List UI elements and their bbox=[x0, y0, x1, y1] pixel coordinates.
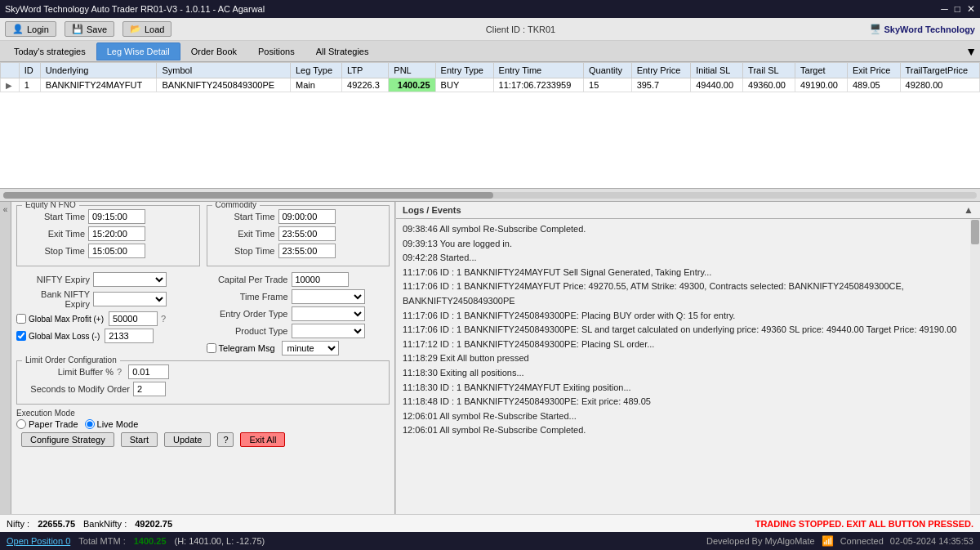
entry-order-type-select[interactable]: LIMITMARKET bbox=[292, 306, 365, 321]
nifty-expiry-select[interactable]: 02/05/2409/05/2416/05/24 bbox=[93, 272, 167, 287]
horizontal-scrollbar[interactable] bbox=[0, 189, 980, 202]
banknifty-expiry-select[interactable]: 08/05/2415/05/24 bbox=[93, 292, 167, 306]
commodity-start-label: Start Time bbox=[214, 212, 275, 221]
close-btn[interactable]: ✕ bbox=[967, 3, 975, 15]
commodity-stop-time-input[interactable] bbox=[278, 244, 336, 258]
equity-start-time-input[interactable] bbox=[88, 209, 145, 224]
limit-buffer-label: Limit Buffer % bbox=[24, 367, 114, 377]
mtm-value: 1400.25 bbox=[134, 536, 167, 546]
logo-icon: 🖥️ bbox=[870, 24, 881, 34]
tab-bar: Today's strategies Leg Wise Detail Order… bbox=[0, 41, 980, 62]
bottom-area: « Equity N FNO Start Time Exit Time St bbox=[0, 202, 980, 514]
footer-right: Developed By MyAlgoMate 📶 Connected 02-0… bbox=[706, 535, 973, 547]
execution-mode-section: Execution Mode Paper Trade Live Mode bbox=[16, 408, 390, 429]
leg-wise-table: ID Underlying Symbol Leg Type LTP PNL En… bbox=[0, 62, 980, 92]
col-pnl: PNL bbox=[389, 63, 435, 78]
table-body: ▶1BANKNIFTY24MAYFUTBANKNIFTY2450849300PE… bbox=[1, 78, 980, 92]
developed-by: Developed By MyAlgoMate bbox=[706, 536, 815, 546]
product-type-select[interactable]: MISNRMLCNC bbox=[292, 324, 365, 338]
tab-all-strategies[interactable]: All Strategies bbox=[305, 42, 380, 60]
maximize-btn[interactable]: □ bbox=[955, 3, 960, 15]
tab-positions[interactable]: Positions bbox=[247, 42, 305, 60]
capital-per-trade-input[interactable] bbox=[292, 272, 349, 287]
log-entry: 11:17:06 ID : 1 BANKNIFTY2450849300PE: S… bbox=[403, 323, 964, 338]
global-max-loss-input[interactable] bbox=[105, 329, 154, 343]
open-position-link[interactable]: Open Position 0 bbox=[7, 536, 70, 546]
logs-content: 09:38:46 All symbol Re-Subscribe Complet… bbox=[396, 219, 970, 514]
logs-scrollbar-thumb[interactable] bbox=[971, 220, 979, 244]
configure-strategy-button[interactable]: Configure Strategy bbox=[21, 432, 114, 447]
minimize-btn[interactable]: ─ bbox=[941, 3, 948, 15]
commodity-exit-time-row: Exit Time bbox=[214, 226, 383, 241]
global-max-profit-input[interactable] bbox=[109, 311, 158, 326]
banknifty-expiry-row: Bank NIFTY Expiry 08/05/2415/05/24 bbox=[16, 289, 200, 309]
col-target: Target bbox=[795, 63, 848, 78]
commodity-start-time-input[interactable] bbox=[278, 209, 336, 224]
logs-panel-container: Logs / Events ▲ 09:38:46 All symbol Re-S… bbox=[395, 202, 980, 514]
mtm-detail: (H: 1401.00, L: -12.75) bbox=[175, 536, 265, 546]
col-entry-time: Entry Time bbox=[493, 63, 583, 78]
config-middle-section: NIFTY Expiry 02/05/2409/05/2416/05/24 Ba… bbox=[16, 272, 390, 358]
product-type-row: Product Type MISNRMLCNC bbox=[207, 324, 390, 338]
login-button[interactable]: 👤 Login bbox=[5, 21, 56, 37]
menu-bar-left: 👤 Login 💾 Save 📂 Load bbox=[5, 21, 172, 37]
hscroll-track[interactable] bbox=[3, 192, 977, 199]
logo-area: 🖥️ SkyWord Technology bbox=[870, 24, 975, 34]
commodity-group-title: Commodity bbox=[212, 202, 261, 209]
start-button[interactable]: Start bbox=[121, 432, 158, 447]
log-entry: 11:18:30 Exiting all positions... bbox=[403, 366, 964, 381]
hscroll-thumb[interactable] bbox=[3, 192, 493, 199]
status-bar: Nifty : 22655.75 BankNifty : 49202.75 TR… bbox=[0, 514, 980, 532]
global-max-profit-checkbox[interactable] bbox=[16, 314, 26, 324]
log-entry: 09:42:28 Started... bbox=[403, 251, 964, 266]
panel-collapse-button[interactable]: « bbox=[0, 202, 11, 514]
tab-order-book[interactable]: Order Book bbox=[180, 42, 247, 60]
load-button[interactable]: 📂 Load bbox=[122, 21, 172, 37]
log-entry: 11:18:48 ID : 1 BANKNIFTY2450849300PE: E… bbox=[403, 395, 964, 409]
telegram-msg-label: Telegram Msg bbox=[219, 343, 275, 353]
bottom-buttons-row: Configure Strategy Start Update ? Exit A… bbox=[16, 429, 390, 450]
telegram-msg-checkbox[interactable] bbox=[207, 343, 216, 353]
window-controls[interactable]: ─ □ ✕ bbox=[941, 3, 975, 15]
telegram-interval-select[interactable]: minute5minute15minute bbox=[282, 341, 339, 355]
equity-stop-label: Stop Time bbox=[24, 246, 85, 256]
limit-buffer-input[interactable] bbox=[128, 364, 169, 379]
live-mode-radio[interactable] bbox=[85, 419, 95, 429]
table-row[interactable]: ▶1BANKNIFTY24MAYFUTBANKNIFTY2450849300PE… bbox=[1, 78, 980, 92]
execution-mode-radio-group: Paper Trade Live Mode bbox=[16, 419, 390, 429]
nifty-expiry-row: NIFTY Expiry 02/05/2409/05/2416/05/24 bbox=[16, 272, 200, 287]
col-arrow bbox=[1, 63, 20, 78]
equity-stop-time-input[interactable] bbox=[88, 244, 145, 258]
paper-trade-text: Paper Trade bbox=[29, 419, 78, 429]
exit-all-button[interactable]: Exit All bbox=[240, 432, 285, 447]
help-button[interactable]: ? bbox=[217, 432, 234, 447]
logs-inner: 09:38:46 All symbol Re-Subscribe Complet… bbox=[396, 219, 980, 514]
update-button[interactable]: Update bbox=[164, 432, 211, 447]
logs-scroll-up-icon[interactable]: ▲ bbox=[964, 204, 973, 216]
equity-exit-time-input[interactable] bbox=[88, 226, 145, 241]
paper-trade-radio[interactable] bbox=[16, 419, 26, 429]
time-frame-select[interactable]: 60minute30minute15minute bbox=[292, 289, 365, 304]
col-exit-price: Exit Price bbox=[847, 63, 900, 78]
config-left-col: NIFTY Expiry 02/05/2409/05/2416/05/24 Ba… bbox=[16, 272, 200, 358]
tab-todays-strategies[interactable]: Today's strategies bbox=[3, 42, 96, 60]
save-button[interactable]: 💾 Save bbox=[65, 21, 114, 37]
global-max-profit-checkbox-label: Global Max Profit (+) bbox=[16, 314, 104, 324]
global-max-loss-row: Global Max Loss (-) bbox=[16, 329, 200, 343]
tab-collapse-btn[interactable]: ▼ bbox=[965, 45, 977, 58]
commodity-exit-time-input[interactable] bbox=[278, 226, 336, 241]
app-title: SkyWord Technology Auto Trader RR01-V3 -… bbox=[5, 4, 265, 14]
commodity-group: Commodity Start Time Exit Time Stop Time bbox=[207, 205, 390, 270]
connected-label: Connected bbox=[840, 536, 884, 546]
seconds-modify-input[interactable] bbox=[133, 382, 166, 396]
help-icon-max-profit[interactable]: ? bbox=[161, 314, 166, 324]
tab-leg-wise-detail[interactable]: Leg Wise Detail bbox=[96, 42, 180, 60]
equity-nfno-group: Equity N FNO Start Time Exit Time Stop T… bbox=[16, 205, 200, 270]
help-icon-limit[interactable]: ? bbox=[117, 367, 122, 377]
log-entry: 11:17:06 ID : 1 BANKNIFTY2450849300PE: P… bbox=[403, 309, 964, 324]
global-max-loss-checkbox[interactable] bbox=[16, 331, 26, 341]
commodity-stop-time-row: Stop Time bbox=[214, 244, 383, 258]
capital-per-trade-label: Capital Per Trade bbox=[207, 275, 288, 284]
paper-trade-label: Paper Trade bbox=[16, 419, 78, 429]
logs-scrollbar[interactable] bbox=[970, 219, 980, 514]
